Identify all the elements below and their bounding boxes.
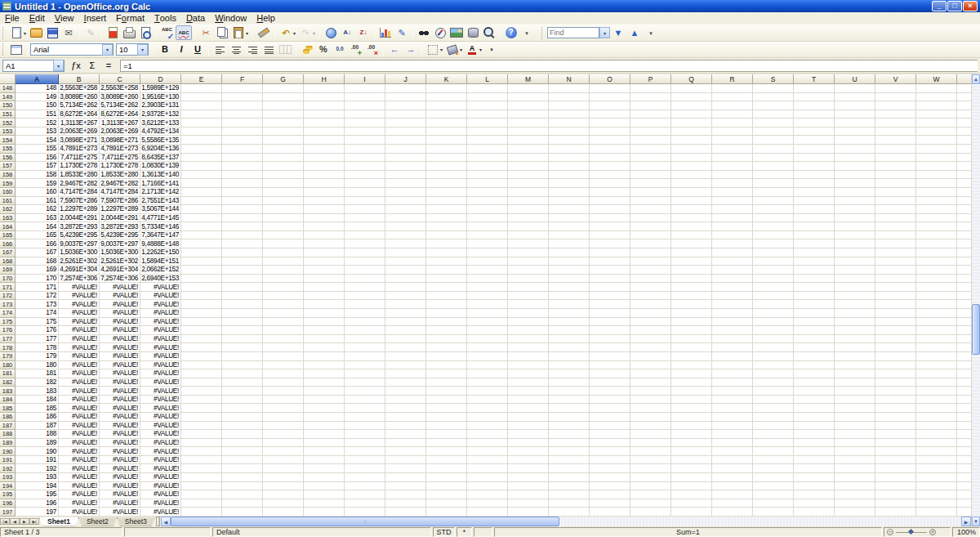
close-button[interactable]: × [963, 1, 978, 11]
cell-R153[interactable] [712, 128, 753, 136]
cell-V179[interactable] [875, 352, 916, 361]
cell-C189[interactable]: #VALUE! [100, 439, 140, 448]
cell-I173[interactable] [345, 300, 385, 309]
cell-B180[interactable]: #VALUE! [59, 361, 100, 370]
column-header-i[interactable]: I [345, 74, 385, 84]
cell-N183[interactable] [549, 387, 590, 396]
cell-Q153[interactable] [671, 128, 712, 136]
cell-R164[interactable] [712, 222, 753, 231]
row-header-160[interactable]: 160 [0, 188, 16, 197]
dropdown-arrow-icon[interactable]: ▾ [479, 47, 482, 52]
cell-Q148[interactable] [671, 84, 712, 93]
cell-E184[interactable] [181, 396, 222, 405]
cell-B172[interactable]: #VALUE! [59, 292, 100, 301]
cell-E160[interactable] [181, 188, 222, 197]
cell-K165[interactable] [426, 231, 467, 240]
cell-J192[interactable] [385, 464, 426, 473]
cell-I172[interactable] [345, 292, 385, 301]
cell-A177[interactable]: 177 [16, 335, 59, 344]
cell-C166[interactable]: 9,0037E+297 [100, 239, 140, 248]
cell-S156[interactable] [753, 154, 794, 163]
cell-H148[interactable] [304, 84, 345, 93]
cell-U156[interactable] [835, 154, 875, 163]
cell-B183[interactable]: #VALUE! [59, 387, 100, 396]
cell-V187[interactable] [875, 422, 916, 431]
row-header-157[interactable]: 157 [0, 162, 16, 171]
cell-C162[interactable]: 1,2297E+289 [100, 205, 140, 214]
cell-A151[interactable]: 151 [16, 110, 59, 119]
cell-T188[interactable] [794, 430, 835, 439]
cell-K154[interactable] [426, 136, 467, 145]
cell-Q172[interactable] [671, 292, 712, 301]
cell-D169[interactable]: 2,0662E+152 [140, 266, 181, 275]
cell-V172[interactable] [875, 292, 916, 301]
formula-input-line[interactable]: =1 [120, 60, 978, 72]
cell-T187[interactable] [794, 422, 835, 431]
cell-H158[interactable] [304, 171, 345, 180]
cell-K175[interactable] [426, 318, 467, 327]
cell-S183[interactable] [753, 387, 794, 396]
cell-P190[interactable] [630, 447, 671, 456]
cell-Q197[interactable] [671, 508, 712, 517]
cell-S149[interactable] [753, 93, 794, 102]
cell-J172[interactable] [385, 292, 426, 301]
cell-B191[interactable]: #VALUE! [59, 456, 100, 465]
cell-E159[interactable] [181, 179, 222, 188]
cell-V167[interactable] [875, 248, 916, 257]
row-header-190[interactable]: 190 [0, 447, 16, 456]
cell-E152[interactable] [181, 119, 222, 128]
cell-C192[interactable]: #VALUE! [100, 464, 140, 473]
cell-G194[interactable] [263, 482, 304, 491]
column-header-a[interactable]: A [16, 74, 59, 84]
cell-K191[interactable] [426, 456, 467, 465]
cell-I191[interactable] [345, 456, 385, 465]
row-header-151[interactable]: 151 [0, 110, 16, 119]
cell-N177[interactable] [549, 335, 590, 344]
cell-N176[interactable] [549, 326, 590, 335]
help-button[interactable]: ? [503, 25, 519, 40]
cell-S160[interactable] [753, 188, 794, 197]
row-header-172[interactable]: 172 [0, 292, 16, 301]
dropdown-arrow-icon[interactable]: ▾ [313, 30, 315, 36]
toolbar-grip[interactable] [541, 27, 545, 39]
font-size-combo[interactable]: 10 ▾ [116, 43, 149, 56]
chevron-down-icon[interactable]: ▾ [53, 60, 64, 71]
cell-S150[interactable] [753, 101, 794, 110]
cell-N167[interactable] [549, 248, 590, 257]
cell-R194[interactable] [712, 482, 753, 491]
cell-B153[interactable]: 2,0063E+269 [59, 128, 100, 136]
cell-F197[interactable] [222, 508, 263, 517]
cell-L164[interactable] [467, 222, 508, 231]
cell-E164[interactable] [181, 222, 222, 231]
cell-R191[interactable] [712, 456, 753, 465]
cell-P151[interactable] [630, 110, 671, 119]
cell-C154[interactable]: 3,0898E+271 [100, 136, 140, 145]
cell-J194[interactable] [385, 482, 426, 491]
cell-I168[interactable] [345, 257, 385, 266]
cell-B189[interactable]: #VALUE! [59, 439, 100, 448]
cell-A152[interactable]: 152 [16, 119, 59, 128]
cell-W161[interactable] [916, 197, 957, 206]
cell-E173[interactable] [181, 300, 222, 309]
cell-D188[interactable]: #VALUE! [140, 430, 181, 439]
cell-J183[interactable] [385, 387, 426, 396]
cell-I157[interactable] [345, 162, 385, 171]
cell-E185[interactable] [181, 404, 222, 413]
cell-R181[interactable] [712, 369, 753, 378]
cell-R156[interactable] [712, 154, 753, 163]
cell-J188[interactable] [385, 430, 426, 439]
cell-E175[interactable] [181, 318, 222, 327]
row-header-164[interactable]: 164 [0, 222, 16, 231]
cell-C187[interactable]: #VALUE! [100, 422, 140, 431]
cell-M163[interactable] [508, 214, 549, 223]
cell-V162[interactable] [875, 205, 916, 214]
row-header-161[interactable]: 161 [0, 197, 16, 206]
cell-Q181[interactable] [671, 369, 712, 378]
cell-P159[interactable] [630, 179, 671, 188]
cell-Q196[interactable] [671, 499, 712, 508]
row-header-197[interactable]: 197 [0, 508, 16, 517]
cell-W180[interactable] [916, 361, 957, 370]
cell-I158[interactable] [345, 171, 385, 180]
cell-N182[interactable] [549, 378, 590, 387]
cell-J190[interactable] [385, 447, 426, 456]
